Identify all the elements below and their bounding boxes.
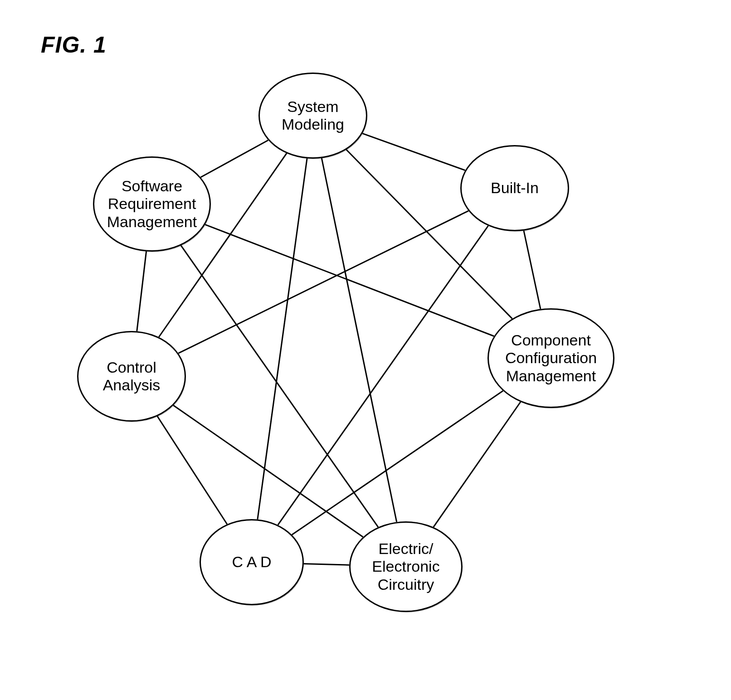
node-label: System Modeling (282, 98, 344, 133)
edge-system-modeling-electric (322, 158, 396, 522)
edge-control-analysis-cad (157, 416, 227, 524)
edge-system-modeling-built-in (362, 133, 465, 170)
edge-cad-electric (304, 564, 349, 565)
node-label: Software Requirement Management (107, 177, 197, 230)
edge-built-in-cad (278, 226, 488, 525)
edge-built-in-control-analysis (178, 211, 468, 353)
edge-component-cfg-cad (292, 391, 503, 535)
node-component-cfg: Component Configuration Management (487, 308, 614, 408)
edge-system-modeling-cad (258, 158, 307, 519)
node-label: Built-In (491, 179, 539, 197)
node-label: C A D (232, 553, 272, 571)
edge-component-cfg-electric (434, 402, 521, 527)
node-label: Control Analysis (103, 359, 161, 394)
edge-software-req-control-analysis (137, 252, 146, 331)
node-label: Electric/ Electronic Circuitry (372, 540, 439, 593)
node-system-modeling: System Modeling (258, 73, 367, 159)
edge-control-analysis-electric (173, 405, 363, 537)
edge-system-modeling-software-req (201, 140, 268, 177)
node-built-in: Built-In (460, 145, 569, 231)
node-control-analysis: Control Analysis (77, 331, 186, 422)
edge-built-in-component-cfg (524, 231, 541, 309)
node-software-req: Software Requirement Management (93, 156, 211, 252)
node-cad: C A D (200, 519, 304, 605)
node-electric: Electric/ Electronic Circuitry (349, 521, 463, 612)
node-label: Component Configuration Management (505, 331, 597, 384)
